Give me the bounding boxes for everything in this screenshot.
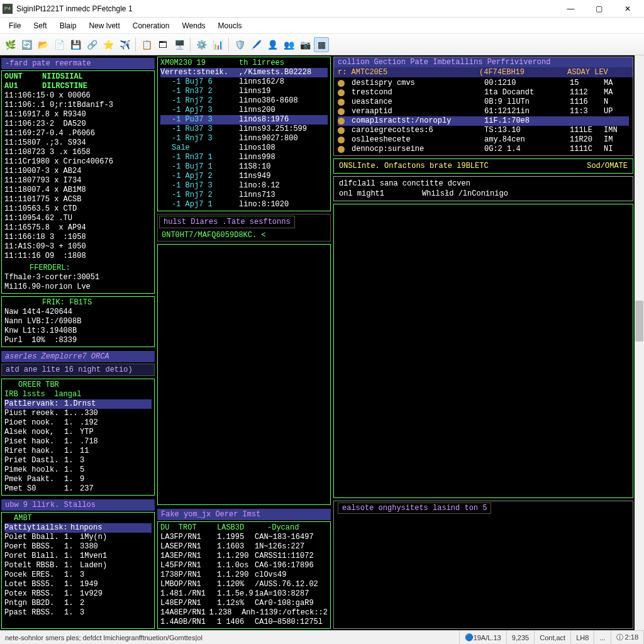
tb-plane-icon[interactable]: ✈️	[117, 37, 132, 52]
list-row[interactable]: Alsek nook,1.YTP	[4, 428, 152, 437]
mid-row[interactable]: -1 Rn37 1linns998	[160, 153, 328, 162]
menu-file[interactable]: File	[3, 19, 27, 32]
list-row[interactable]: Pioet nook.1..192	[4, 418, 152, 428]
data-row[interactable]: 11:1807793 x I734	[4, 176, 152, 186]
data-row[interactable]: 11:10563.5 x CTD	[4, 204, 152, 214]
section3-band[interactable]: ubw 9 llirk. Stallos	[1, 499, 155, 511]
tb-list-icon[interactable]: 📋	[139, 37, 154, 52]
list-row[interactable]: 1738P/RN11.1.290clOvs49	[160, 570, 328, 580]
tb-user-icon[interactable]: 👤	[265, 37, 280, 52]
list-row[interactable]: Pmek Paakt.1.9	[4, 475, 152, 484]
mid-row[interactable]: -1 Rnj7 2linns713	[160, 191, 328, 200]
list-row[interactable]: Piset haok.1..718	[4, 437, 152, 447]
data-row[interactable]: 11:1Cr1980 x Crinc400676	[4, 157, 152, 167]
data-row[interactable]: 11:15807 .;3. S934	[4, 138, 152, 148]
data-row[interactable]: 11:1101775 x ACSB	[4, 195, 152, 204]
section2-band[interactable]: aserles Zemplorre7 ORCA	[1, 351, 155, 362]
scrollbar-thumb[interactable]	[635, 301, 643, 341]
maximize-button[interactable]: ▢	[585, 0, 613, 18]
right-bottom-band[interactable]: ealsote onghysitets lasind ton 5	[338, 502, 491, 514]
tb-adduser-icon[interactable]: 👥	[281, 37, 296, 52]
cmd-box[interactable]: dlfclall sana conctitte dcven onl might1…	[333, 176, 633, 201]
tb-save-icon[interactable]: 💾	[68, 37, 83, 52]
data-row[interactable]: 11:106:15·0 x 00066	[4, 91, 152, 101]
tb-star-icon[interactable]: ⭐	[101, 37, 116, 52]
tb-gear-icon[interactable]: ⚙️	[194, 37, 209, 52]
data-row[interactable]: 11:106:.1 0;r:1tBdanif-3	[4, 101, 152, 110]
order-selected[interactable]: Pattlervank:1.Drnst	[4, 399, 152, 409]
minimize-button[interactable]: —	[557, 0, 585, 18]
list-row[interactable]: Lotet BSS5.1.1949	[4, 580, 152, 589]
list-row[interactable]: Potelt RBSB.1.Laden)	[4, 561, 152, 570]
right-row[interactable]: destispry cmvs00:121015MA	[338, 79, 629, 88]
right-row[interactable]: veraaptid61:12121in11:3UP	[338, 107, 629, 116]
list-row[interactable]: 1.4A0B/RN11 1406CA10—8580:1275l	[160, 618, 328, 627]
right-row[interactable]: trestcond1ta Docandt1112MA	[338, 88, 629, 97]
mid-row[interactable]: Salelinos108	[160, 143, 328, 153]
tb-camera-icon[interactable]: 📷	[297, 37, 313, 52]
list-row[interactable]: Riret haok.1.11	[4, 447, 152, 456]
right-row[interactable]: ueastance0B:9 llUTn1116N	[338, 97, 629, 107]
mid-selected[interactable]: Verrest:stneik.,/Kimests.B02228	[160, 68, 328, 77]
mid-row[interactable]: -1 Apj7 3linns200	[160, 106, 328, 115]
right-row[interactable]: oslleesheceteamy.84cen11R20IM	[338, 135, 629, 145]
amt-selected[interactable]: Pattiytiailsk:hinpons	[4, 523, 152, 533]
list-row[interactable]: L48EP/RN11.12s%CAr0-108:gaR9	[160, 599, 328, 608]
mid-row[interactable]: -1 Bnj7 3lino:8.12	[160, 181, 328, 191]
mid-row[interactable]: -1 Apj7 211ns949	[160, 172, 328, 181]
list-row[interactable]: Poret Blall.1.1Mven1	[4, 552, 152, 561]
data-row[interactable]: 11:10954.62 .TU	[4, 214, 152, 223]
data-row[interactable]: 11:108723 3 .x 1658	[4, 148, 152, 157]
right-row[interactable]: dennocp:surseine0G:2 1.41111CNI	[338, 145, 629, 154]
list-row[interactable]: 1.481./RN11.1.5e.91aA=103:8287	[160, 589, 328, 599]
list-row[interactable]: LMBOP/RN11.120%/AUSS.76.12.02	[160, 580, 328, 589]
mid-row[interactable]: -1 Buj7 111S8:10	[160, 162, 328, 172]
mid-row[interactable]: -1 Ru37 3linns93.251:599	[160, 125, 328, 134]
data-row[interactable]: 11:169:27-0.4 .P6066	[4, 129, 152, 138]
vertical-scrollbar[interactable]	[635, 55, 644, 630]
data-row[interactable]: 11:18007.4 x AB1M8	[4, 186, 152, 195]
list-row[interactable]: Polet Bball.1.iMy(n)	[4, 533, 152, 542]
sessions-band[interactable]: hulst Diares .Tate sesftonns	[159, 216, 295, 228]
mid-row[interactable]: -1 Rnj7 3linns9027:800	[160, 134, 328, 143]
data-row[interactable]: 11:11:16 O9 :1808	[4, 252, 152, 261]
list-row[interactable]: Pimek hoolk.1.5	[4, 465, 152, 475]
menu-seft[interactable]: Seft	[27, 19, 53, 32]
list-row[interactable]: Pmet S01.237	[4, 484, 152, 494]
menu-newlvett[interactable]: New lvett	[82, 19, 126, 32]
mid-row[interactable]: -1 Buj7 6linns162/8	[160, 77, 328, 87]
data-row[interactable]: 11:A1S:09~3 + 1050	[4, 242, 152, 252]
list-row[interactable]: Priet Dastl.1.3	[4, 456, 152, 465]
list-row[interactable]: L45FP/RN11.1.0osCA6-196:17896	[160, 561, 328, 570]
tb-sync-icon[interactable]: 🔄	[19, 37, 34, 52]
menu-moucls[interactable]: Moucls	[212, 19, 248, 32]
data-row[interactable]: 11:16575.8 x AP94	[4, 223, 152, 233]
list-row[interactable]: LA3FP/RN11.1995CAN~183-16497	[160, 533, 328, 542]
mid-row[interactable]: -1 Pu37 3linós8:1976	[160, 115, 328, 125]
data-row[interactable]: 11:16917.8 x R9340	[4, 110, 152, 119]
tb-refresh-icon[interactable]: 🌿	[3, 37, 18, 52]
mid-row[interactable]: -1 Rnj7 2linno386-8608	[160, 96, 328, 106]
tb-pen-icon[interactable]: 🖊️	[248, 37, 264, 52]
close-button[interactable]: ✕	[613, 0, 641, 18]
tb-chart-icon[interactable]: 📊	[210, 37, 225, 52]
menu-wends[interactable]: Wends	[175, 19, 211, 32]
list-row[interactable]: 14A8EP/RN11.238Anh-1139:/ofteck::2	[160, 608, 328, 618]
list-row[interactable]: Potex RBSS.1.1v929	[4, 589, 152, 599]
mid-row[interactable]: -1 Rn37 2linns19	[160, 87, 328, 96]
list-row[interactable]: 1A3EP/RN11.1.290CARSS11:11072	[160, 552, 328, 561]
menu-blaip[interactable]: Blaip	[53, 19, 83, 32]
mid-row[interactable]: -1 Apj7 1lino:8:1020	[160, 200, 328, 209]
tb-terminal-icon[interactable]: ▦	[314, 37, 329, 52]
list-row[interactable]: Pocek ERES.1.3	[4, 570, 152, 580]
list-row[interactable]: Piust reoek.1...330	[4, 409, 152, 418]
tb-window-icon[interactable]: 🗔	[155, 37, 170, 52]
list-row[interactable]: Ppast RBSS.1.3	[4, 608, 152, 618]
left-tab[interactable]: -fard pate reermate	[1, 58, 155, 69]
tb-shield-icon[interactable]: 🛡️	[232, 37, 247, 52]
data-row[interactable]: 11:10007·3 x AB24	[4, 167, 152, 176]
tb-monitor-icon[interactable]: 🖥️	[172, 37, 187, 52]
list-row[interactable]: Poert BBSS.1.3380	[4, 542, 152, 552]
tb-link-icon[interactable]: 🔗	[84, 37, 99, 52]
list-row[interactable]: LASEP/RN11.16031N~126s:227	[160, 542, 328, 552]
